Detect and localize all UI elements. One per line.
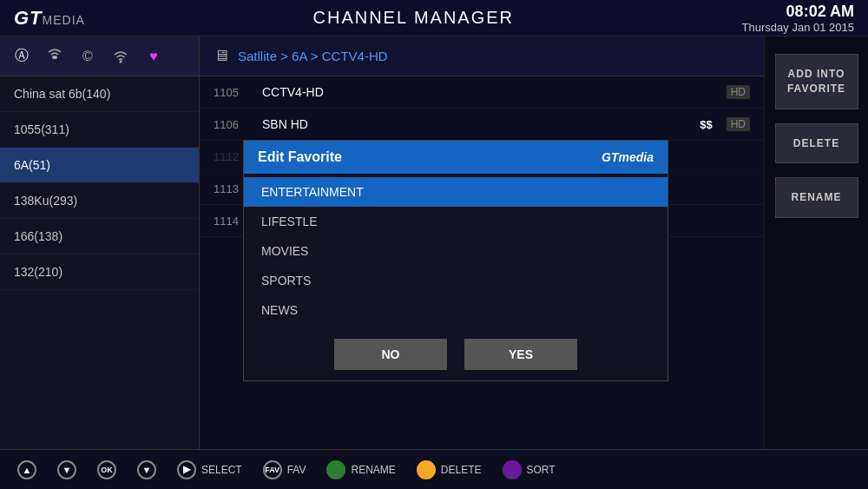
sidebar-item-3[interactable]: 138Ku(293) <box>0 183 199 219</box>
modal-item-2[interactable]: MOVIES <box>244 236 667 266</box>
wifi-icon[interactable] <box>109 45 132 68</box>
ch-num-0: 1105 <box>214 86 248 99</box>
footer: ▲ ▼ OK ▼ ▶ SELECT FAV FAV RENAME DELETE … <box>0 449 868 489</box>
footer-down: ▼ <box>57 460 76 479</box>
page-title: CHANNEL MANAGER <box>313 8 515 28</box>
footer-rename: RENAME <box>326 460 395 479</box>
down2-icon[interactable]: ▼ <box>137 460 156 479</box>
footer-select: ▶ SELECT <box>177 460 242 479</box>
modal-no-button[interactable]: NO <box>334 339 447 370</box>
svg-point-0 <box>52 56 57 59</box>
header-time: 08:02 AM Thursday Jan 01 2015 <box>742 3 854 34</box>
sidebar-item-0[interactable]: China sat 6b(140) <box>0 76 199 112</box>
ch-name-1: SBN HD <box>262 117 686 131</box>
rename-footer-label: RENAME <box>351 464 395 476</box>
down-icon[interactable]: ▼ <box>57 460 76 479</box>
signal-icon[interactable] <box>43 45 66 68</box>
ch-num-1: 1106 <box>214 118 248 131</box>
delete-color-icon <box>417 460 436 479</box>
modal-item-4[interactable]: NEWS <box>244 295 667 325</box>
sidebar: Ⓐ © ♥ China sat 6b(140) 1 <box>0 36 200 449</box>
logo-gt: GT <box>14 7 43 29</box>
channel-row-1[interactable]: 1106 SBN HD $$ HD <box>200 109 764 141</box>
modal-title: Edit Favorite <box>258 149 342 165</box>
modal-item-1[interactable]: LIFESTLE <box>244 207 667 236</box>
channel-row-0[interactable]: 1105 CCTV4-HD HD <box>200 76 764 109</box>
footer-delete: DELETE <box>417 460 482 479</box>
logo-media: MEDIA <box>43 13 85 27</box>
modal-item-3[interactable]: SPORTS <box>244 266 667 295</box>
delete-footer-label: DELETE <box>441 464 482 476</box>
rename-color-icon <box>326 460 345 479</box>
footer-sort: SORT <box>503 460 556 479</box>
sort-footer-label: SORT <box>527 464 556 476</box>
ch-badge-1: $$ <box>700 118 712 131</box>
ok-icon[interactable]: OK <box>97 460 116 479</box>
edit-favorite-modal: Edit Favorite GTmedia ENTERTAINMENT LIFE… <box>243 140 668 381</box>
sidebar-item-4[interactable]: 166(138) <box>0 219 199 254</box>
channel-header: 🖥 Satllite > 6A > CCTV4-HD <box>200 36 764 76</box>
clock: 08:02 AM <box>742 3 854 21</box>
logo: GTMEDIA <box>14 7 85 30</box>
right-panel: ADD INTOFAVORITE DELETE RENAME <box>764 36 868 449</box>
select-label: SELECT <box>201 464 242 476</box>
ch-hd-1: HD <box>727 117 750 131</box>
delete-button[interactable]: DELETE <box>775 123 858 164</box>
footer-up: ▲ <box>17 460 36 479</box>
modal-buttons: NO YES <box>244 328 667 380</box>
modal-yes-button[interactable]: YES <box>464 339 577 370</box>
footer-ok: OK <box>97 460 116 479</box>
sort-color-icon <box>503 460 522 479</box>
modal-header: Edit Favorite GTmedia <box>244 141 667 174</box>
tv-icon: 🖥 <box>214 47 229 65</box>
add-to-favorite-button[interactable]: ADD INTOFAVORITE <box>775 54 858 109</box>
footer-fav: FAV FAV <box>263 460 306 479</box>
fav-circle[interactable]: FAV <box>263 460 282 479</box>
ch-hd-0: HD <box>727 85 750 99</box>
copyright-icon[interactable]: © <box>76 45 99 68</box>
channel-path: Satllite > 6A > CCTV4-HD <box>238 49 388 63</box>
svg-point-1 <box>120 60 122 63</box>
heart-icon[interactable]: ♥ <box>142 45 165 68</box>
sidebar-item-2[interactable]: 6A(51) <box>0 148 199 183</box>
sidebar-icon-bar: Ⓐ © ♥ <box>0 36 199 76</box>
modal-logo: GTmedia <box>602 150 654 164</box>
header: GTMEDIA CHANNEL MANAGER 08:02 AM Thursda… <box>0 0 868 36</box>
sidebar-item-1[interactable]: 1055(311) <box>0 112 199 148</box>
fav-label: FAV <box>287 464 306 476</box>
right-icon[interactable]: ▶ <box>177 460 196 479</box>
sidebar-item-5[interactable]: 132(210) <box>0 254 199 290</box>
modal-list: ENTERTAINMENT LIFESTLE MOVIES SPORTS NEW… <box>244 174 667 328</box>
ch-name-0: CCTV4-HD <box>262 85 699 99</box>
satellite-list: China sat 6b(140) 1055(311) 6A(51) 138Ku… <box>0 76 199 449</box>
footer-down2: ▼ <box>137 460 156 479</box>
date: Thursday Jan 01 2015 <box>742 21 854 34</box>
all-icon[interactable]: Ⓐ <box>10 45 33 68</box>
modal-item-0[interactable]: ENTERTAINMENT <box>244 177 667 207</box>
rename-button[interactable]: RENAME <box>775 177 858 218</box>
up-icon[interactable]: ▲ <box>17 460 36 479</box>
